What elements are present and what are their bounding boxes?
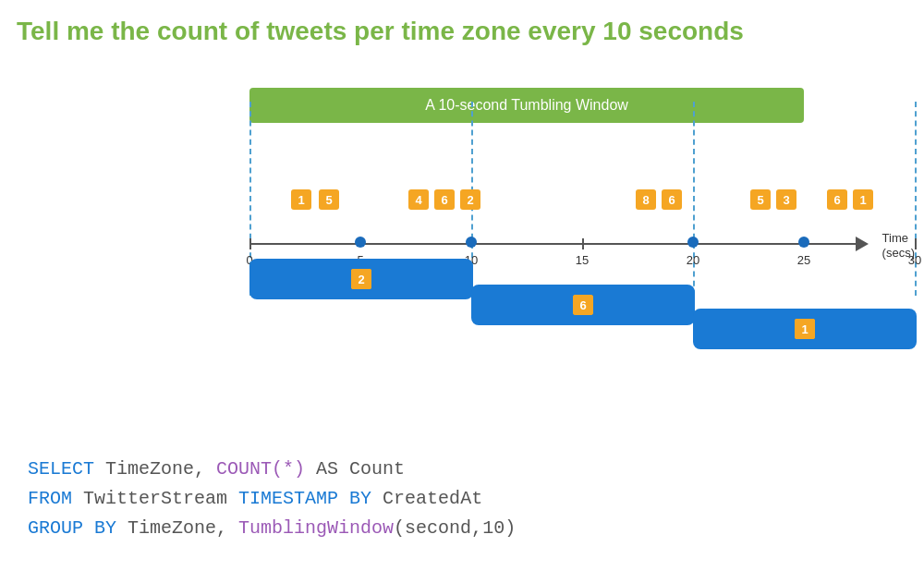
sql-text-1: TimeZone,: [94, 458, 216, 480]
badge-6b: 6: [662, 189, 682, 210]
sql-timestamp: TIMESTAMP: [238, 488, 338, 509]
banner-text: A 10-second Tumbling Window: [425, 97, 628, 114]
sql-line-3: GROUP BY TimeZone, TumblingWindow(second…: [28, 514, 516, 543]
sql-select: SELECT: [28, 458, 94, 480]
badge-5a: 5: [319, 189, 339, 210]
badge-5b: 5: [750, 189, 771, 210]
badge-3a: 3: [776, 189, 796, 210]
badge-1a: 1: [291, 189, 311, 210]
tick-15: [582, 238, 584, 249]
sql-line-2: FROM TwitterStream TIMESTAMP BY CreatedA…: [28, 484, 516, 514]
sql-by2: BY: [94, 517, 116, 539]
sql-text-5: CreatedAt: [371, 488, 482, 509]
tick-dot-25: [798, 237, 809, 248]
sql-text-3: TwitterStream: [72, 488, 238, 509]
tumbling-window-banner: A 10-second Tumbling Window: [249, 88, 804, 123]
tick-0: [249, 238, 251, 249]
tick-30: [915, 238, 917, 249]
sql-text-7: TimeZone,: [116, 517, 238, 539]
badge-2a: 2: [460, 189, 480, 210]
timeline-line: [249, 243, 859, 245]
sql-line-1: SELECT TimeZone, COUNT(*) AS Count: [28, 455, 516, 484]
sql-section: SELECT TimeZone, COUNT(*) AS Count FROM …: [28, 455, 516, 543]
tick-label-30: 30: [908, 253, 921, 267]
tick-dot-10: [466, 237, 477, 248]
sql-text-4: [338, 488, 349, 509]
badge-6a: 6: [434, 189, 455, 210]
tick-dot-20: [687, 237, 699, 248]
timeline-arrow: [856, 237, 869, 251]
sql-group: GROUP: [28, 517, 83, 539]
sql-by: BY: [349, 488, 371, 509]
bw2-badge-6: 6: [573, 295, 593, 315]
badge-4a: 4: [408, 189, 429, 210]
badge-6c: 6: [827, 189, 847, 210]
blue-window-2: 8 6: [471, 285, 695, 325]
tick-label-15: 15: [576, 253, 589, 267]
sql-count: COUNT(*): [216, 458, 305, 480]
sql-text-2: AS Count: [305, 458, 405, 480]
badge-8a: 8: [636, 189, 656, 210]
badge-1b: 1: [853, 189, 873, 210]
sql-tumbling: TumblingWindow: [238, 517, 394, 539]
blue-window-3: 5 3 6 1: [693, 309, 917, 349]
blue-window-1: 1 5 4 6 2: [249, 259, 473, 299]
sql-text-6: [83, 517, 94, 539]
tick-label-25: 25: [797, 253, 810, 267]
tick-label-20: 20: [687, 253, 699, 267]
page-title: Tell me the count of tweets per time zon…: [17, 17, 744, 46]
tick-dot-5: [355, 237, 366, 248]
sql-from: FROM: [28, 488, 72, 509]
sql-text-8: (second,10): [394, 517, 516, 539]
timeline-area: 1 5 4 6 2 8 6 5 3 6 1 Time(secs) 0 5 10 …: [240, 139, 869, 379]
bw1-badge-2: 2: [351, 269, 371, 289]
bw3-badge-1: 1: [795, 319, 815, 339]
